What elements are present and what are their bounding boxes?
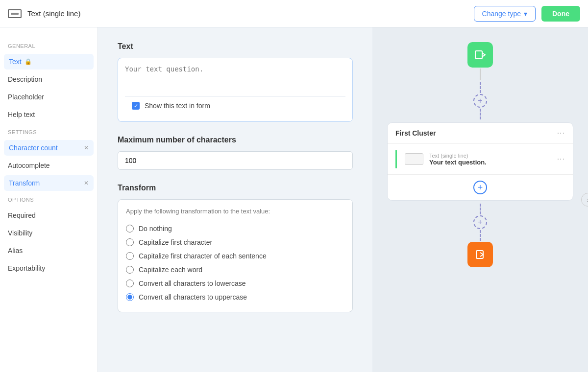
sidebar-item-character-count[interactable]: Character count ✕ — [4, 140, 94, 156]
chevron-down-icon: ▾ — [524, 10, 527, 18]
sidebar-text-label: Text — [9, 58, 22, 66]
sidebar-item-visibility[interactable]: Visibility — [0, 224, 98, 242]
radio-capitalize-first: Capitalize first character — [126, 235, 344, 249]
radio-capitalize-first-input[interactable] — [126, 238, 134, 246]
radio-do-nothing-label: Do nothing — [139, 225, 172, 232]
cluster-item-icon — [405, 153, 423, 165]
cluster-header: First Cluster ··· — [388, 123, 573, 144]
character-count-close-icon[interactable]: ✕ — [84, 144, 89, 151]
sidebar-item-required[interactable]: Required — [0, 207, 98, 224]
text-section: Text Show this text in form — [118, 42, 353, 122]
sidebar-item-transform[interactable]: Transform ✕ — [4, 175, 94, 191]
settings-section-label: Settings — [0, 129, 98, 139]
radio-uppercase-input[interactable] — [126, 293, 134, 301]
sidebar-item-autocomplete[interactable]: Autocomplete — [0, 157, 98, 174]
right-panel: + First Cluster ··· Text (single line) Y… — [372, 27, 588, 372]
exit-node[interactable] — [467, 242, 493, 267]
flow-diagram: + First Cluster ··· Text (single line) Y… — [380, 37, 580, 267]
transform-description: Apply the following transformation to th… — [126, 208, 344, 215]
item-menu-button[interactable]: ··· — [557, 155, 565, 163]
cluster-add-row: + — [388, 174, 573, 200]
text-section-title: Text — [118, 42, 353, 51]
general-section-label: General — [0, 43, 98, 53]
main-layout: General Text 🔒 Description Placeholder H… — [0, 27, 588, 372]
sidebar-item-text[interactable]: Text 🔒 — [4, 54, 94, 70]
app-header: Text (single line) Change type ▾ Done — [0, 0, 588, 27]
radio-uppercase: Convert all characters to uppercase — [126, 290, 344, 304]
svg-rect-1 — [475, 51, 482, 59]
sidebar-item-alias[interactable]: Alias — [0, 242, 98, 259]
sidebar-item-placeholder[interactable]: Placeholder — [0, 88, 98, 106]
radio-capitalize-words-label: Capitalize each word — [139, 266, 202, 274]
done-button[interactable]: Done — [541, 6, 580, 22]
connector-dashed-1 — [480, 82, 481, 93]
cluster-card: First Cluster ··· Text (single line) You… — [387, 122, 573, 201]
add-between-1-button[interactable]: + — [473, 94, 487, 108]
cluster-item-info: Text (single line) Your text question. — [429, 153, 551, 166]
connector-dashed-4 — [480, 230, 481, 241]
expand-right-button[interactable]: › — [581, 193, 588, 207]
radio-lowercase-input[interactable] — [126, 279, 134, 287]
options-section-label: Options — [0, 197, 98, 207]
radio-lowercase: Convert all characters to lowercase — [126, 277, 344, 290]
add-between-2-button[interactable]: + — [473, 215, 487, 229]
connector-dashed-2 — [480, 109, 481, 119]
lock-icon: 🔒 — [24, 58, 32, 65]
radio-capitalize-sentence: Capitalize first character of each sente… — [126, 249, 344, 263]
page-title: Text (single line) — [27, 9, 468, 18]
cluster-menu-button[interactable]: ··· — [557, 129, 565, 138]
transform-section: Transform Apply the following transforma… — [118, 184, 353, 312]
radio-do-nothing-input[interactable] — [126, 225, 134, 232]
radio-capitalize-words-input[interactable] — [126, 266, 134, 274]
radio-capitalize-words: Capitalize each word — [126, 263, 344, 277]
text-question-input[interactable] — [125, 65, 345, 94]
cluster-item-text: Your text question. — [429, 159, 551, 166]
max-chars-input[interactable] — [118, 151, 353, 170]
radio-capitalize-sentence-input[interactable] — [126, 252, 134, 260]
show-in-form-checkbox[interactable] — [132, 102, 140, 110]
add-item-button[interactable]: + — [473, 181, 487, 194]
change-type-button[interactable]: Change type ▾ — [474, 6, 536, 22]
radio-do-nothing: Do nothing — [126, 222, 344, 235]
radio-capitalize-sentence-label: Capitalize first character of each sente… — [139, 252, 267, 260]
sidebar-item-help-text[interactable]: Help text — [0, 106, 98, 123]
transform-title: Transform — [118, 184, 353, 192]
sidebar-item-description[interactable]: Description — [0, 70, 98, 88]
radio-uppercase-label: Convert all characters to uppercase — [139, 293, 247, 301]
radio-lowercase-label: Convert all characters to lowercase — [139, 279, 246, 287]
content-panel: Text Show this text in form Maximum numb… — [98, 27, 372, 372]
radio-capitalize-first-label: Capitalize first character — [139, 238, 212, 246]
change-type-label: Change type — [482, 10, 521, 18]
connector-dashed-3 — [480, 204, 481, 214]
svg-rect-0 — [11, 13, 19, 15]
cluster-item-row: Text (single line) Your text question. ·… — [388, 144, 573, 174]
cluster-item-type: Text (single line) — [429, 153, 551, 159]
show-in-form-row: Show this text in form — [125, 96, 345, 115]
max-chars-title: Maximum number of characters — [118, 136, 353, 144]
transform-box: Apply the following transformation to th… — [118, 199, 353, 312]
cluster-title: First Cluster — [395, 129, 436, 137]
field-type-icon — [8, 9, 22, 18]
show-in-form-label: Show this text in form — [145, 102, 210, 110]
active-indicator — [395, 150, 397, 168]
transform-close-icon[interactable]: ✕ — [84, 180, 89, 186]
text-input-container: Show this text in form — [118, 58, 353, 122]
connector-1 — [480, 69, 481, 80]
max-chars-section: Maximum number of characters — [118, 136, 353, 170]
sidebar-item-exportability[interactable]: Exportability — [0, 259, 98, 277]
sidebar: General Text 🔒 Description Placeholder H… — [0, 27, 98, 372]
entry-node[interactable] — [467, 42, 493, 68]
svg-rect-2 — [476, 251, 483, 258]
